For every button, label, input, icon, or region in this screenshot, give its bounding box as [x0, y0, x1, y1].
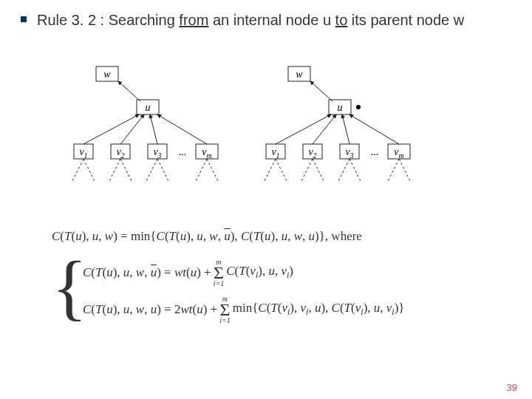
node-w: w — [103, 69, 111, 80]
svg-line-11 — [83, 115, 139, 144]
svg-line-30 — [349, 115, 399, 144]
svg-line-14 — [157, 115, 207, 144]
node-v1-sub: 1 — [84, 151, 88, 160]
node-v2-sub: 2 — [121, 151, 125, 160]
node-w-r: w — [296, 69, 303, 80]
bullet-icon — [21, 16, 27, 22]
node-u-r: u — [338, 102, 343, 113]
svg-line-29 — [342, 115, 349, 144]
svg-line-28 — [313, 115, 336, 144]
svg-line-18 — [310, 81, 332, 101]
sum-1: Σ — [214, 266, 224, 279]
equation-block: C(T(u), u, w) = min{C(T(u), u, w, u), C(… — [52, 229, 405, 328]
dots-right: ... — [371, 146, 379, 157]
page-number: 39 — [507, 382, 517, 393]
tree-diagram-left: w u v1 v2 v3 ... vm — [59, 63, 259, 196]
sum-bot-2: i=1 — [219, 316, 231, 324]
node-vm-sub: m — [206, 151, 211, 160]
underline-from: from — [179, 12, 208, 28]
sum-2: Σ — [219, 303, 230, 316]
node-u: u — [146, 102, 151, 113]
underline-to: to — [335, 12, 348, 28]
end-text: its parent node w — [347, 12, 464, 28]
rule-heading: Rule 3. 2 : Searching from an internal n… — [37, 10, 495, 30]
svg-point-17 — [356, 105, 361, 109]
svg-line-27 — [276, 115, 331, 144]
node-v3-sub: 3 — [157, 151, 162, 160]
svg-line-13 — [150, 115, 157, 144]
dots-left: ... — [179, 146, 187, 157]
mid-text: an internal node u — [208, 12, 335, 28]
svg-line-12 — [120, 115, 144, 144]
sum-bot-1: i=1 — [214, 279, 225, 287]
svg-line-2 — [118, 81, 140, 101]
tree-diagram-right: w u v1 v2 v3 ... vm — [251, 63, 451, 196]
rule-label: Rule 3. 2 : Searching — [37, 12, 179, 28]
